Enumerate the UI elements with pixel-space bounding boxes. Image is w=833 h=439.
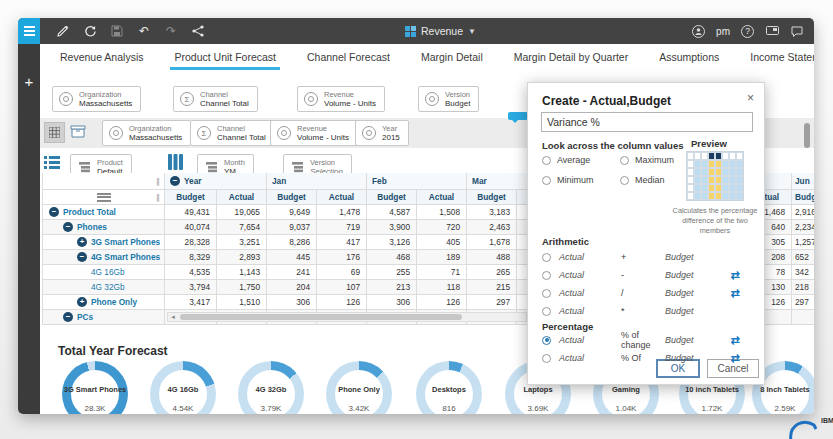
percentage-row-0-radio[interactable] <box>542 336 551 345</box>
cell-value[interactable]: 4,535 <box>165 265 217 280</box>
chat-icon[interactable] <box>790 24 804 38</box>
overview-chip-organization[interactable]: OrganizationMassachusetts <box>52 86 141 112</box>
cell-value[interactable] <box>792 310 814 325</box>
expand-toggle-icon[interactable]: − <box>49 207 59 217</box>
arithmetic-row-3-radio[interactable] <box>542 307 551 316</box>
scroll-left-arrow-icon[interactable]: ◄ <box>170 313 176 322</box>
year-expand-icon[interactable]: − <box>170 176 180 186</box>
cell-value[interactable]: 218 <box>792 280 814 295</box>
subcol-jun-budget[interactable]: Budget <box>792 190 814 205</box>
column-group-feb[interactable]: Feb <box>367 173 467 190</box>
cell-value[interactable]: 40,074 <box>165 220 217 235</box>
subcol-year-budget[interactable]: Budget <box>165 190 217 205</box>
cell-value[interactable]: 720 <box>417 220 467 235</box>
workbook-switcher[interactable]: Revenue ▼ <box>405 25 476 37</box>
user-avatar-icon[interactable] <box>692 25 705 38</box>
share-icon[interactable] <box>191 24 205 38</box>
row-label-4g-16gb[interactable]: 4G 16Gb <box>42 265 165 280</box>
look-option-maximum[interactable]: Maximum <box>620 155 674 165</box>
cell-value[interactable]: 445 <box>267 250 317 265</box>
cell-value[interactable]: 49,431 <box>165 205 217 220</box>
cell-value[interactable]: 2,893 <box>217 250 267 265</box>
row-label-pcs[interactable]: −PCs <box>42 310 165 325</box>
cell-value[interactable]: 9,649 <box>267 205 317 220</box>
cell-value[interactable]: 1,143 <box>217 265 267 280</box>
look-option-median[interactable]: Median <box>620 175 665 185</box>
cell-value[interactable]: 468 <box>367 250 417 265</box>
context-chip-organization[interactable]: OrganizationMassachusetts <box>102 120 191 146</box>
cell-value[interactable]: 204 <box>267 280 317 295</box>
cell-value[interactable]: 215 <box>467 280 517 295</box>
presentation-icon[interactable] <box>765 24 779 38</box>
subcol-feb-budget[interactable]: Budget <box>367 190 417 205</box>
cell-value[interactable]: 1,478 <box>317 205 367 220</box>
add-tab-button[interactable]: + <box>18 70 40 92</box>
close-icon[interactable]: × <box>747 91 754 105</box>
cell-value[interactable]: 69 <box>317 265 367 280</box>
cell-value[interactable]: 107 <box>317 280 367 295</box>
refresh-icon[interactable] <box>83 24 97 38</box>
tab-margin-detail[interactable]: Margin Detail <box>419 45 485 70</box>
cell-value[interactable]: 1,750 <box>217 280 267 295</box>
horizontal-scrollbar[interactable]: ◄ <box>167 312 527 322</box>
cell-value[interactable]: 126 <box>417 295 467 310</box>
column-group-jan[interactable]: Jan <box>267 173 367 190</box>
expand-toggle-icon[interactable]: − <box>63 312 73 322</box>
cell-value[interactable]: 19,065 <box>217 205 267 220</box>
cell-value[interactable]: 265 <box>467 265 517 280</box>
swap-operands-icon[interactable]: ⇄ <box>727 269 743 282</box>
cell-value[interactable]: 176 <box>317 250 367 265</box>
subcol-jan-budget[interactable]: Budget <box>267 190 317 205</box>
radio-average[interactable] <box>542 156 551 165</box>
subcol-year-actual[interactable]: Actual <box>217 190 267 205</box>
cell-value[interactable]: 3,900 <box>367 220 417 235</box>
cell-value[interactable]: 3,251 <box>217 235 267 250</box>
cell-value[interactable]: 3,794 <box>165 280 217 295</box>
cube-drawer-icon[interactable] <box>70 124 86 138</box>
cell-value[interactable]: 7,654 <box>217 220 267 235</box>
column-group-jun[interactable]: Jun <box>792 173 814 190</box>
cell-value[interactable]: 1,508 <box>417 205 467 220</box>
context-chip-revenue[interactable]: RevenueVolume - Units <box>270 120 358 146</box>
swap-operands-icon[interactable]: ⇄ <box>727 352 743 365</box>
cell-value[interactable]: 3,126 <box>367 235 417 250</box>
cell-value[interactable]: 342 <box>792 265 814 280</box>
columns-axis-icon[interactable] <box>168 154 183 170</box>
horizontal-scrollbar-thumb[interactable] <box>180 314 462 320</box>
cell-value[interactable]: 719 <box>317 220 367 235</box>
tab-product-unit-forecast[interactable]: Product Unit Forecast <box>172 45 278 70</box>
context-chip-channel[interactable]: ΣChannelChannel Total <box>190 120 275 146</box>
row-label-product-total[interactable]: −Product Total <box>42 205 165 220</box>
row-label-4g-smart-phones[interactable]: −4G Smart Phones <box>42 250 165 265</box>
cell-value[interactable]: 488 <box>467 250 517 265</box>
cell-value[interactable]: 1,678 <box>467 235 517 250</box>
cell-value[interactable]: 2,463 <box>467 220 517 235</box>
arithmetic-row-1-radio[interactable] <box>542 271 551 280</box>
tab-assumptions[interactable]: Assumptions <box>657 45 721 70</box>
calculation-name-input[interactable] <box>541 112 753 132</box>
swap-operands-icon[interactable]: ⇄ <box>727 287 743 300</box>
look-option-average[interactable]: Average <box>542 155 590 165</box>
expand-toggle-icon[interactable]: − <box>77 252 87 262</box>
redo-icon[interactable]: ↷ <box>164 24 178 38</box>
edit-pencil-icon[interactable] <box>56 24 70 38</box>
row-label-phone-only[interactable]: +Phone Only <box>42 295 165 310</box>
overview-chip-revenue[interactable]: RevenueVolume - Units <box>297 86 385 112</box>
drag-handle-icon[interactable]: ∥ <box>156 193 161 202</box>
cell-value[interactable]: 8,286 <box>267 235 317 250</box>
rows-axis-icon[interactable] <box>44 156 60 170</box>
cell-value[interactable]: 241 <box>267 265 317 280</box>
cell-value[interactable]: 8,329 <box>165 250 217 265</box>
cell-value[interactable]: 306 <box>367 295 417 310</box>
cell-value[interactable]: 652 <box>792 250 814 265</box>
row-label-4g-32gb[interactable]: 4G 32Gb <box>42 280 165 295</box>
cell-value[interactable]: 28,328 <box>165 235 217 250</box>
cell-value[interactable]: 405 <box>417 235 467 250</box>
look-option-minimum[interactable]: Minimum <box>542 175 594 185</box>
tab-income-statement[interactable]: Income Statement <box>748 45 814 70</box>
menu-icon[interactable] <box>18 18 40 44</box>
comment-marker[interactable] <box>508 112 528 120</box>
cell-value[interactable]: 255 <box>367 265 417 280</box>
cell-value[interactable]: 2,234 <box>792 220 814 235</box>
cell-value[interactable]: 9,037 <box>267 220 317 235</box>
